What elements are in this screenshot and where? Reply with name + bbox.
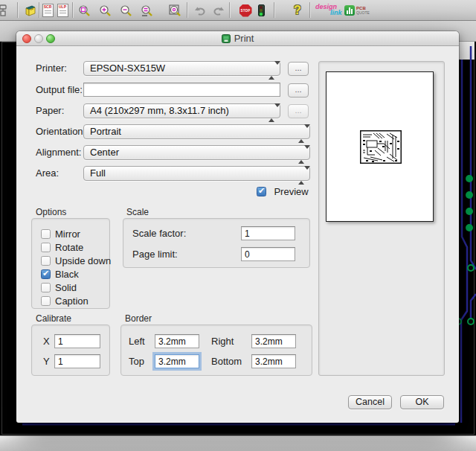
print-icon[interactable]: [24, 3, 37, 18]
black-checkbox[interactable]: [41, 269, 51, 279]
zoom-select-icon[interactable]: [140, 3, 153, 18]
script-ulp-icon[interactable]: ULP: [57, 3, 68, 18]
dialog-titlebar[interactable]: Print: [16, 31, 459, 46]
orientation-label: Orientation:: [36, 124, 86, 139]
upside-down-checkbox[interactable]: [41, 256, 51, 266]
options-group-title: Options: [36, 207, 66, 217]
border-group-title: Border: [125, 313, 152, 324]
print-preview-panel: [318, 61, 445, 376]
orientation-dropdown[interactable]: Portrait: [83, 124, 310, 139]
pcb-quote-icon: [344, 5, 355, 16]
calibrate-group: X Y: [31, 324, 110, 376]
preview-paper: [326, 71, 434, 222]
ok-button[interactable]: OK: [400, 395, 444, 409]
calibrate-y-label: Y: [43, 355, 50, 368]
output-file-label: Output file:: [36, 83, 83, 97]
zoom-fit-icon[interactable]: [77, 3, 91, 18]
dropdown-stepper-icon: [268, 64, 274, 77]
close-button[interactable]: [22, 34, 31, 43]
undo-icon[interactable]: [193, 3, 207, 18]
minimize-button: [34, 34, 43, 43]
output-file-browse-button[interactable]: ...: [288, 83, 309, 97]
printer-dropdown[interactable]: EPSON-SX515W: [83, 61, 280, 76]
scale-group-title: Scale: [126, 207, 149, 217]
mirror-checkbox[interactable]: [41, 229, 51, 239]
use-library-icon[interactable]: [0, 3, 10, 18]
scale-group: Scale factor: Page limit:: [123, 218, 310, 268]
editor-panel-edge: [459, 42, 475, 60]
solid-checkbox[interactable]: [41, 283, 51, 292]
drc-traffic-light-icon[interactable]: [257, 3, 266, 18]
printer-browse-button[interactable]: ...: [288, 62, 309, 76]
calibrate-x-input[interactable]: [54, 334, 100, 348]
border-top-input[interactable]: [155, 354, 199, 368]
design-link-logo[interactable]: designlink: [315, 3, 345, 18]
paper-browse-button[interactable]: ...: [288, 104, 309, 118]
preview-checkbox[interactable]: [257, 187, 266, 196]
area-label: Area:: [36, 166, 59, 181]
options-group: Mirror Rotate Upside down Black Solid Ca…: [31, 218, 110, 309]
dropdown-stepper-icon: [298, 169, 304, 182]
preview-checkbox-label: Preview: [274, 186, 308, 197]
print-dialog-icon: [222, 34, 231, 43]
dialog-title: Print: [234, 33, 254, 44]
calibrate-group-title: Calibrate: [36, 313, 71, 324]
border-bottom-label: Bottom: [211, 355, 242, 368]
zoom-in-icon[interactable]: [98, 3, 112, 18]
caption-checkbox[interactable]: [41, 296, 51, 306]
zoom-window-button[interactable]: [46, 34, 55, 43]
script-scr-icon[interactable]: SCR: [42, 3, 54, 18]
rotate-checkbox[interactable]: [41, 243, 51, 252]
scale-factor-label: Scale factor:: [132, 227, 186, 240]
calibrate-x-label: X: [43, 335, 50, 348]
border-left-input[interactable]: [155, 334, 199, 348]
dropdown-stepper-icon: [298, 148, 304, 161]
zoom-out-icon[interactable]: [119, 3, 132, 18]
help-icon[interactable]: ?: [292, 3, 303, 18]
main-toolbar: SCR ULP STOP ? designlink: [0, 0, 476, 21]
page-limit-input[interactable]: [241, 247, 295, 261]
solid-option[interactable]: Solid: [41, 281, 77, 294]
paper-label: Paper:: [36, 103, 64, 118]
zoom-redraw-icon[interactable]: [168, 3, 181, 18]
pcb-quote-logo[interactable]: PCBQUOTE: [344, 3, 370, 18]
dropdown-stepper-icon: [268, 106, 274, 120]
alignment-dropdown[interactable]: Center: [83, 145, 310, 160]
rotate-option[interactable]: Rotate: [41, 240, 83, 254]
calibrate-y-input[interactable]: [54, 354, 100, 368]
status-bar: [0, 435, 476, 451]
border-right-label: Right: [211, 335, 234, 348]
print-dialog: Print Printer: EPSON-SX515W ... Output f…: [16, 31, 459, 423]
upside-down-option[interactable]: Upside down: [41, 254, 111, 267]
page-limit-label: Page limit:: [132, 248, 178, 260]
cancel-button[interactable]: Cancel: [348, 395, 392, 409]
border-group: Left Right Top Bottom: [120, 324, 312, 376]
border-left-label: Left: [129, 335, 145, 348]
border-right-input[interactable]: [251, 334, 296, 348]
border-bottom-input[interactable]: [251, 354, 296, 368]
preview-toggle[interactable]: Preview: [257, 185, 309, 198]
scale-factor-input[interactable]: [241, 226, 295, 240]
output-file-input[interactable]: [83, 83, 280, 97]
border-top-label: Top: [129, 355, 144, 368]
redo-icon[interactable]: [211, 3, 225, 18]
stop-icon[interactable]: STOP: [239, 3, 252, 18]
black-option[interactable]: Black: [41, 267, 79, 281]
pcb-layout-thumbnail: [360, 130, 402, 164]
caption-option[interactable]: Caption: [41, 294, 89, 307]
alignment-label: Alignment:: [36, 145, 81, 160]
printer-label: Printer:: [36, 61, 67, 76]
area-dropdown[interactable]: Full: [83, 166, 310, 181]
dropdown-stepper-icon: [298, 127, 304, 141]
mirror-option[interactable]: Mirror: [41, 227, 80, 240]
paper-dropdown[interactable]: A4 (210x297 mm, 8.3x11.7 inch): [83, 103, 280, 118]
